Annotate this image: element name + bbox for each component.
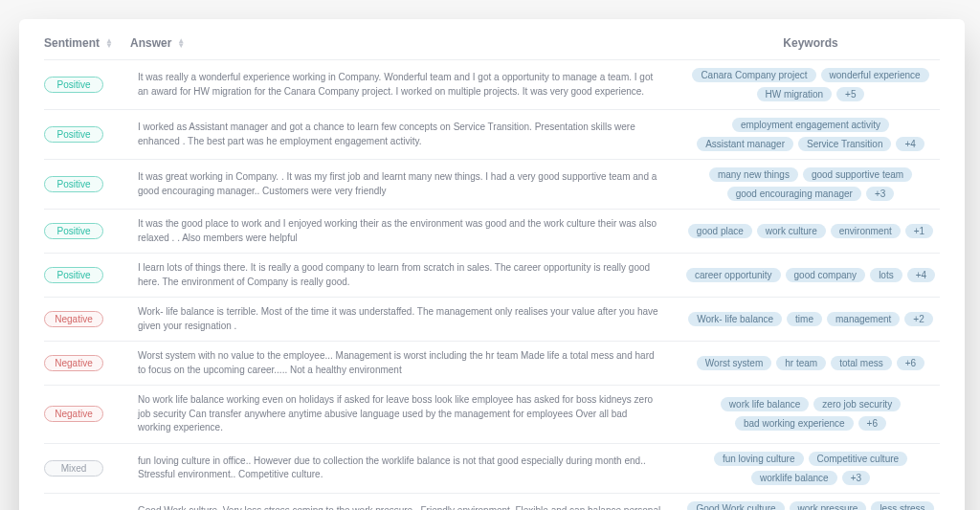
sentiment-badge: Positive — [44, 77, 103, 93]
table-row: PositiveIt was really a wonderful experi… — [44, 60, 940, 110]
cell-answer: It was the good place to work and I enjo… — [138, 217, 674, 245]
keyword-pill[interactable]: Assistant manager — [697, 137, 793, 151]
cell-answer: Good Work culture. Very less stress comi… — [138, 504, 674, 511]
table-body: PositiveIt was really a wonderful experi… — [44, 60, 940, 510]
table-row: PositiveI worked as Assistant manager an… — [44, 110, 940, 160]
cell-keywords: good placework cultureenvironment+1 — [681, 224, 940, 238]
sentiment-badge: Mixed — [44, 460, 103, 477]
cell-keywords: many new thingsgood supportive teamgood … — [681, 167, 940, 201]
keyword-pill[interactable]: good supportive team — [803, 167, 912, 182]
sentiment-badge: Negative — [44, 311, 103, 327]
table-row: Mixedfun loving culture in office.. Howe… — [44, 444, 940, 494]
keyword-pill[interactable]: wonderful experience — [821, 68, 929, 82]
keyword-more-pill[interactable]: +6 — [897, 356, 924, 370]
keyword-pill[interactable]: management — [827, 312, 900, 326]
keyword-pill[interactable]: Competitive culture — [809, 452, 908, 466]
cell-answer: Work- life balance is terrible. Most of … — [138, 305, 674, 333]
keyword-pill[interactable]: total mess — [831, 356, 892, 370]
cell-sentiment: Negative — [44, 406, 130, 422]
sentiment-badge: Negative — [44, 355, 103, 371]
sentiment-badge: Positive — [44, 126, 103, 143]
sort-icon[interactable]: ▲▼ — [177, 38, 185, 48]
cell-sentiment: Positive — [44, 267, 130, 283]
keyword-more-pill[interactable]: +1 — [905, 224, 933, 238]
cell-answer: fun loving culture in office.. However d… — [138, 455, 674, 482]
keyword-pill[interactable]: Work- life balance — [688, 312, 782, 326]
column-header-answer[interactable]: Answer ▲▼ — [130, 36, 681, 50]
keyword-more-pill[interactable]: +5 — [836, 87, 864, 101]
table-header: Sentiment ▲▼ Answer ▲▼ Keywords — [44, 29, 940, 60]
cell-keywords: Worst systemhr teamtotal mess+6 — [681, 356, 940, 370]
keyword-pill[interactable]: good company — [786, 268, 866, 282]
cell-answer: I worked as Assistant manager and got a … — [138, 121, 674, 148]
keyword-more-pill[interactable]: +6 — [858, 416, 886, 431]
keyword-pill[interactable]: less stress — [871, 501, 933, 511]
cell-keywords: career opportunitygood companylots+4 — [681, 268, 940, 282]
keyword-pill[interactable]: good place — [688, 224, 752, 238]
keyword-pill[interactable]: Service Transition — [798, 137, 891, 151]
column-label: Sentiment — [44, 36, 100, 50]
cell-answer: It was great working in Company. . It wa… — [138, 170, 674, 198]
keyword-more-pill[interactable]: +2 — [904, 312, 932, 326]
cell-keywords: Canara Company projectwonderful experien… — [681, 68, 940, 101]
sentiment-badge: Positive — [44, 176, 103, 192]
cell-keywords: fun loving cultureCompetitive culturewor… — [681, 452, 940, 485]
cell-sentiment: Positive — [44, 77, 130, 93]
keyword-pill[interactable]: time — [787, 312, 822, 326]
sentiment-badge: Positive — [44, 223, 103, 239]
cell-keywords: employment engagement activityAssistant … — [681, 118, 940, 151]
keyword-pill[interactable]: HW migration — [757, 87, 833, 101]
column-label: Keywords — [783, 36, 837, 50]
cell-sentiment: Negative — [44, 355, 130, 371]
keyword-pill[interactable]: Worst system — [697, 356, 771, 370]
keyword-pill[interactable]: work life balance — [721, 397, 809, 411]
keyword-pill[interactable]: hr team — [776, 356, 826, 370]
keyword-more-pill[interactable]: +4 — [896, 137, 924, 151]
keyword-pill[interactable]: employment engagement activity — [732, 118, 889, 132]
keyword-pill[interactable]: career opportunity — [686, 268, 781, 282]
table-row: NegativeWork- life balance is terrible. … — [44, 298, 940, 342]
sentiment-badge: Positive — [44, 267, 103, 283]
table-row: PositiveIt was the good place to work an… — [44, 210, 940, 254]
cell-sentiment: Positive — [44, 176, 130, 192]
table-row: MixedGood Work culture. Very less stress… — [44, 494, 940, 511]
table-row: PositiveI learn lots of things there. It… — [44, 254, 940, 298]
keyword-pill[interactable]: work pressure — [790, 501, 867, 511]
cell-keywords: Good Work culturework pressureless stres… — [681, 501, 940, 511]
cell-sentiment: Negative — [44, 311, 130, 327]
cell-keywords: work life balancezero job securitybad wo… — [681, 397, 940, 431]
cell-keywords: Work- life balancetimemanagement+2 — [681, 312, 940, 326]
sentiment-badge: Negative — [44, 406, 103, 422]
keyword-pill[interactable]: bad working experience — [735, 416, 854, 431]
column-header-sentiment[interactable]: Sentiment ▲▼ — [44, 36, 130, 50]
keyword-more-pill[interactable]: +3 — [866, 187, 894, 201]
cell-answer: Worst system with no value to the employ… — [138, 349, 674, 377]
keyword-pill[interactable]: zero job security — [813, 397, 901, 411]
keyword-pill[interactable]: environment — [831, 224, 901, 238]
cell-sentiment: Positive — [44, 126, 130, 143]
keyword-pill[interactable]: many new things — [709, 167, 798, 182]
column-header-keywords: Keywords — [681, 36, 940, 50]
cell-sentiment: Positive — [44, 223, 130, 239]
table-row: NegativeNo work life balance working eve… — [44, 386, 940, 444]
keyword-pill[interactable]: work culture — [757, 224, 826, 238]
keyword-pill[interactable]: lots — [870, 268, 902, 282]
table-row: NegativeWorst system with no value to th… — [44, 342, 940, 386]
keyword-pill[interactable]: Good Work culture — [687, 501, 784, 511]
cell-answer: I learn lots of things there. It is real… — [138, 261, 674, 289]
keyword-pill[interactable]: fun loving culture — [714, 452, 804, 466]
keyword-pill[interactable]: Canara Company project — [692, 68, 815, 82]
column-label: Answer — [130, 36, 171, 50]
keyword-more-pill[interactable]: +3 — [842, 471, 870, 485]
cell-answer: No work life balance working even on hol… — [138, 393, 674, 435]
cell-sentiment: Mixed — [44, 460, 130, 477]
results-table-card: Sentiment ▲▼ Answer ▲▼ Keywords Positive… — [19, 19, 965, 510]
keyword-pill[interactable]: good encouraging manager — [727, 187, 861, 201]
keyword-pill[interactable]: worklife balance — [751, 471, 837, 485]
table-row: PositiveIt was great working in Company.… — [44, 160, 940, 210]
cell-answer: It was really a wonderful experience wor… — [138, 71, 674, 99]
sort-icon[interactable]: ▲▼ — [105, 38, 113, 48]
keyword-more-pill[interactable]: +4 — [907, 268, 935, 282]
